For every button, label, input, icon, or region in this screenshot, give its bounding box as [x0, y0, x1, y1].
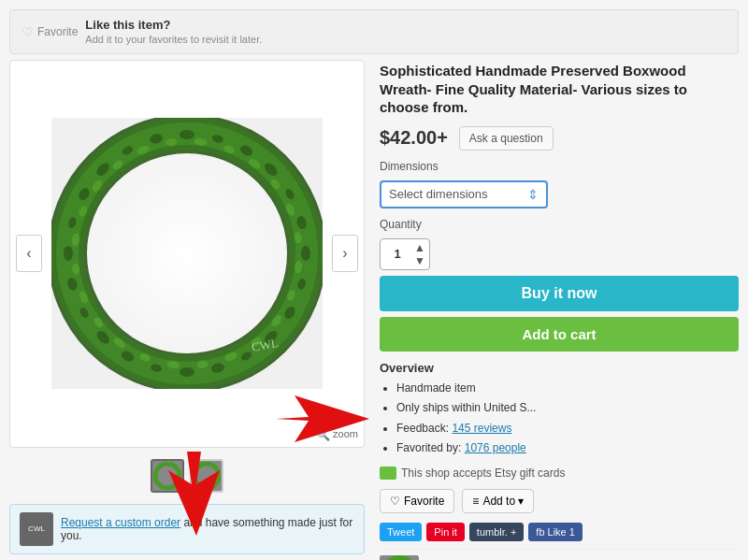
tweet-button[interactable]: Tweet — [380, 523, 422, 541]
overview-item-3: Feedback: 145 reviews — [396, 419, 739, 439]
dimensions-placeholder: Select dimensions — [389, 187, 488, 201]
favorited-link[interactable]: 1076 people — [465, 441, 526, 454]
overview-section: Overview Handmade item Only ships within… — [380, 361, 739, 459]
add-to-button-label: Add to ▾ — [482, 495, 524, 508]
svg-point-22 — [64, 246, 73, 261]
favorite-bar-title: Like this item? — [85, 18, 170, 32]
overview-list: Handmade item Only ships within United S… — [380, 379, 739, 459]
favorite-bar: ♡ Favorite Like this item? Add it to you… — [9, 9, 739, 54]
feedback-link[interactable]: 145 reviews — [452, 422, 511, 435]
zoom-button[interactable]: 🔍 zoom — [315, 427, 358, 441]
add-to-button[interactable]: ≡ Add to ▾ — [462, 489, 534, 513]
page-wrapper: ♡ Favorite Like this item? Add it to you… — [0, 0, 748, 560]
svg-point-53 — [155, 464, 180, 488]
favorite-button[interactable]: ♡ Favorite — [380, 489, 454, 513]
heart-icon: ♡ — [22, 24, 34, 39]
favorite-bar-subtitle: Add it to your favorites to revisit it l… — [85, 34, 262, 45]
overview-item-4: Favorited by: 1076 people — [396, 438, 739, 459]
custom-order-bar: CWL Request a custom order and have some… — [9, 504, 365, 554]
facebook-like-button[interactable]: fb Like 1 — [528, 523, 583, 541]
prev-image-button[interactable]: ‹ — [16, 235, 42, 272]
pin-button[interactable]: Pin it — [426, 523, 464, 541]
thumb-svg-2 — [193, 462, 221, 490]
tumblr-button[interactable]: tumblr. + — [469, 523, 525, 541]
thumbnail-2[interactable] — [190, 459, 223, 493]
svg-point-16 — [180, 367, 194, 377]
zoom-icon: 🔍 — [315, 427, 330, 441]
select-arrows-icon: ⇕ — [527, 187, 539, 202]
product-image-container: ‹ — [9, 60, 365, 448]
product-price: $42.00+ — [380, 127, 448, 149]
next-image-button[interactable]: › — [332, 235, 358, 272]
svg-point-10 — [301, 246, 310, 261]
main-content: ‹ — [0, 60, 748, 560]
custom-order-link[interactable]: Request a custom order — [61, 516, 180, 529]
thumbnail-strip — [9, 455, 365, 496]
seller-section: CWL CraftsWorldLady in United States — [380, 549, 739, 560]
thumbnail-1[interactable] — [151, 459, 184, 493]
social-row: Tweet Pin it tumblr. + fb Like 1 — [380, 523, 739, 541]
favorite-label[interactable]: Favorite — [37, 25, 78, 38]
wreath-svg: CWL — [51, 118, 323, 389]
add-to-list-icon: ≡ — [472, 495, 479, 508]
dimensions-label: Dimensions — [380, 160, 739, 173]
overview-item-1: Handmade item — [396, 379, 739, 399]
quantity-arrows[interactable]: ▲ ▼ — [414, 241, 425, 267]
buy-now-button[interactable]: Buy it now — [380, 276, 739, 311]
price-row: $42.00+ Ask a question — [380, 126, 739, 151]
dimensions-select[interactable]: Select dimensions ⇕ — [380, 180, 548, 208]
favorite-icon-wrap: ♡ Favorite — [22, 24, 78, 39]
product-title: Sophisticated Handmade Preserved Boxwood… — [380, 62, 739, 117]
quantity-value: 1 — [384, 247, 410, 261]
svg-point-4 — [180, 130, 194, 139]
zoom-label: zoom — [333, 428, 358, 439]
qty-down-icon: ▼ — [414, 254, 425, 267]
custom-order-thumb: CWL — [20, 512, 53, 546]
fav-heart-icon: ♡ — [390, 495, 400, 508]
gift-cards-text: This shop accepts Etsy gift cards — [401, 467, 565, 480]
seller-avatar: CWL — [380, 555, 419, 560]
qty-up-icon: ▲ — [414, 241, 425, 254]
quantity-label: Quantity — [380, 218, 739, 231]
overview-item-2: Only ships within United S... — [396, 398, 739, 419]
svg-point-54 — [194, 464, 219, 488]
gift-cards-row: This shop accepts Etsy gift cards — [380, 467, 739, 480]
quantity-box: 1 ▲ ▼ — [380, 238, 430, 270]
action-row: ♡ Favorite ≡ Add to ▾ — [380, 489, 739, 513]
right-panel: Sophisticated Handmade Preserved Boxwood… — [380, 60, 739, 560]
seller-avatar-svg: CWL — [380, 555, 419, 560]
favorite-button-label: Favorite — [404, 495, 444, 508]
add-to-cart-button[interactable]: Add to cart — [380, 317, 739, 352]
thumb-svg-1 — [153, 462, 181, 490]
overview-title: Overview — [380, 361, 739, 375]
left-panel: ‹ — [9, 60, 365, 560]
product-image: CWL — [10, 118, 364, 389]
ask-question-button[interactable]: Ask a question — [459, 126, 554, 151]
gift-icon — [380, 467, 396, 480]
